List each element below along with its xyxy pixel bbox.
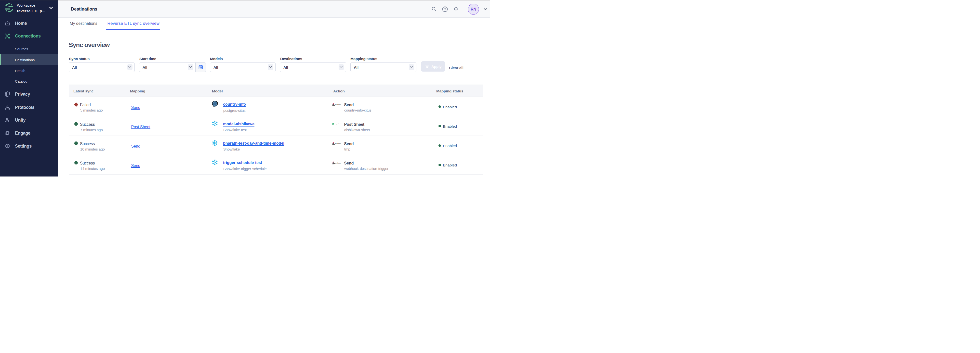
svg-text:webhooks: webhooks (335, 104, 341, 105)
svg-text:webhooks: webhooks (335, 162, 341, 164)
svg-text:Google Sheets: Google Sheets (334, 123, 341, 125)
svg-text:webhooks: webhooks (335, 143, 341, 144)
